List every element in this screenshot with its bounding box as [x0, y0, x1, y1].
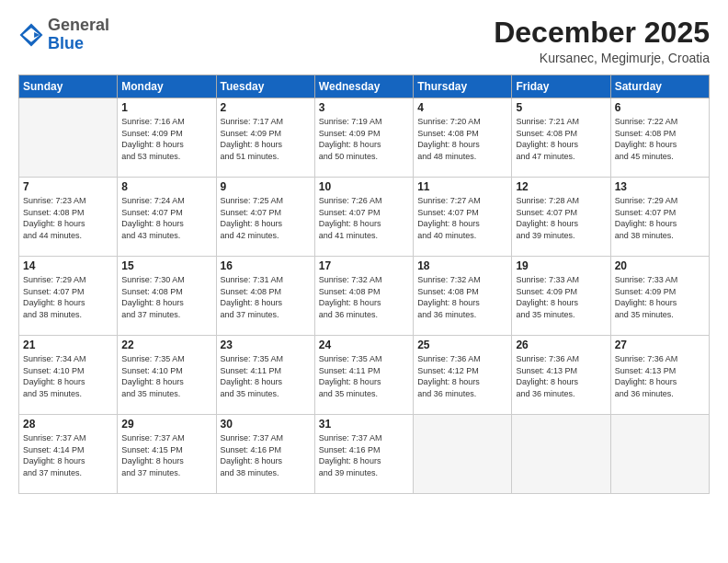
calendar-cell: 22Sunrise: 7:35 AMSunset: 4:10 PMDayligh… [118, 336, 216, 415]
col-wednesday: Wednesday [314, 75, 413, 98]
day-info: Sunrise: 7:19 AMSunset: 4:09 PMDaylight:… [319, 116, 409, 162]
day-number: 31 [319, 418, 409, 431]
day-info: Sunrise: 7:35 AMSunset: 4:11 PMDaylight:… [319, 353, 409, 399]
day-number: 13 [615, 180, 705, 193]
day-info: Sunrise: 7:21 AMSunset: 4:08 PMDaylight:… [516, 116, 606, 162]
calendar-cell: 30Sunrise: 7:37 AMSunset: 4:16 PMDayligh… [216, 415, 314, 494]
calendar-cell: 5Sunrise: 7:21 AMSunset: 4:08 PMDaylight… [512, 98, 610, 178]
calendar-cell: 17Sunrise: 7:32 AMSunset: 4:08 PMDayligh… [314, 257, 413, 336]
day-info: Sunrise: 7:25 AMSunset: 4:07 PMDaylight:… [221, 195, 311, 241]
page: General Blue December 2025 Kursanec, Meg… [0, 0, 728, 563]
month-title: December 2025 [494, 17, 710, 49]
day-info: Sunrise: 7:16 AMSunset: 4:09 PMDaylight:… [121, 116, 211, 162]
day-number: 22 [121, 339, 211, 351]
day-number: 29 [121, 418, 211, 431]
day-number: 11 [417, 180, 507, 193]
day-number: 5 [516, 101, 606, 114]
day-number: 24 [319, 339, 409, 351]
calendar-week-row: 1Sunrise: 7:16 AMSunset: 4:09 PMDaylight… [19, 98, 710, 178]
day-info: Sunrise: 7:36 AMSunset: 4:12 PMDaylight:… [417, 353, 507, 399]
day-info: Sunrise: 7:29 AMSunset: 4:07 PMDaylight:… [23, 274, 113, 320]
day-number: 28 [23, 418, 113, 431]
day-number: 6 [615, 101, 705, 114]
day-number: 27 [615, 339, 705, 351]
calendar-cell: 28Sunrise: 7:37 AMSunset: 4:14 PMDayligh… [19, 415, 118, 494]
day-number: 2 [221, 101, 311, 114]
day-number: 30 [221, 418, 311, 431]
day-number: 14 [23, 259, 113, 272]
calendar-cell: 29Sunrise: 7:37 AMSunset: 4:15 PMDayligh… [118, 415, 216, 494]
calendar-cell: 12Sunrise: 7:28 AMSunset: 4:07 PMDayligh… [512, 178, 610, 257]
calendar-cell: 6Sunrise: 7:22 AMSunset: 4:08 PMDaylight… [610, 98, 709, 178]
day-info: Sunrise: 7:32 AMSunset: 4:08 PMDaylight:… [319, 274, 409, 320]
location: Kursanec, Megimurje, Croatia [494, 51, 710, 65]
day-number: 4 [417, 101, 507, 114]
calendar-body: 1Sunrise: 7:16 AMSunset: 4:09 PMDaylight… [19, 98, 710, 494]
calendar-cell: 9Sunrise: 7:25 AMSunset: 4:07 PMDaylight… [216, 178, 314, 257]
day-number: 26 [516, 339, 606, 351]
calendar-week-row: 14Sunrise: 7:29 AMSunset: 4:07 PMDayligh… [19, 257, 710, 336]
logo-blue: Blue [48, 34, 84, 52]
day-info: Sunrise: 7:35 AMSunset: 4:10 PMDaylight:… [121, 353, 211, 399]
title-block: December 2025 Kursanec, Megimurje, Croat… [494, 17, 710, 65]
calendar-cell: 26Sunrise: 7:36 AMSunset: 4:13 PMDayligh… [512, 336, 610, 415]
day-info: Sunrise: 7:37 AMSunset: 4:16 PMDaylight:… [319, 432, 409, 478]
calendar-cell: 19Sunrise: 7:33 AMSunset: 4:09 PMDayligh… [512, 257, 610, 336]
calendar-cell: 24Sunrise: 7:35 AMSunset: 4:11 PMDayligh… [314, 336, 413, 415]
calendar-cell: 31Sunrise: 7:37 AMSunset: 4:16 PMDayligh… [314, 415, 413, 494]
calendar-week-row: 21Sunrise: 7:34 AMSunset: 4:10 PMDayligh… [19, 336, 710, 415]
calendar: Sunday Monday Tuesday Wednesday Thursday… [18, 75, 710, 494]
calendar-cell: 27Sunrise: 7:36 AMSunset: 4:13 PMDayligh… [610, 336, 709, 415]
day-number: 8 [121, 180, 211, 193]
calendar-week-row: 7Sunrise: 7:23 AMSunset: 4:08 PMDaylight… [19, 178, 710, 257]
logo: General Blue [18, 17, 109, 53]
day-info: Sunrise: 7:37 AMSunset: 4:16 PMDaylight:… [221, 432, 311, 478]
day-info: Sunrise: 7:22 AMSunset: 4:08 PMDaylight:… [615, 116, 705, 162]
calendar-cell: 23Sunrise: 7:35 AMSunset: 4:11 PMDayligh… [216, 336, 314, 415]
logo-text: General Blue [48, 17, 109, 53]
calendar-cell: 8Sunrise: 7:24 AMSunset: 4:07 PMDaylight… [118, 178, 216, 257]
col-sunday: Sunday [19, 75, 118, 98]
day-number: 18 [417, 259, 507, 272]
day-info: Sunrise: 7:31 AMSunset: 4:08 PMDaylight:… [221, 274, 311, 320]
day-info: Sunrise: 7:37 AMSunset: 4:14 PMDaylight:… [23, 432, 113, 478]
day-info: Sunrise: 7:17 AMSunset: 4:09 PMDaylight:… [221, 116, 311, 162]
calendar-header-row: Sunday Monday Tuesday Wednesday Thursday… [19, 75, 710, 98]
day-number: 7 [23, 180, 113, 193]
day-info: Sunrise: 7:36 AMSunset: 4:13 PMDaylight:… [615, 353, 705, 399]
calendar-cell [512, 415, 610, 494]
day-number: 19 [516, 259, 606, 272]
day-info: Sunrise: 7:32 AMSunset: 4:08 PMDaylight:… [417, 274, 507, 320]
day-number: 9 [221, 180, 311, 193]
day-info: Sunrise: 7:30 AMSunset: 4:08 PMDaylight:… [121, 274, 211, 320]
logo-icon [18, 22, 44, 48]
calendar-cell: 15Sunrise: 7:30 AMSunset: 4:08 PMDayligh… [118, 257, 216, 336]
day-info: Sunrise: 7:28 AMSunset: 4:07 PMDaylight:… [516, 195, 606, 241]
day-info: Sunrise: 7:23 AMSunset: 4:08 PMDaylight:… [23, 195, 113, 241]
col-thursday: Thursday [414, 75, 512, 98]
col-friday: Friday [512, 75, 610, 98]
day-info: Sunrise: 7:20 AMSunset: 4:08 PMDaylight:… [417, 116, 507, 162]
day-number: 12 [516, 180, 606, 193]
day-info: Sunrise: 7:26 AMSunset: 4:07 PMDaylight:… [319, 195, 409, 241]
calendar-cell [19, 98, 118, 178]
calendar-cell [414, 415, 512, 494]
calendar-cell [610, 415, 709, 494]
day-number: 20 [615, 259, 705, 272]
calendar-cell: 2Sunrise: 7:17 AMSunset: 4:09 PMDaylight… [216, 98, 314, 178]
day-number: 15 [121, 259, 211, 272]
day-number: 23 [221, 339, 311, 351]
calendar-week-row: 28Sunrise: 7:37 AMSunset: 4:14 PMDayligh… [19, 415, 710, 494]
calendar-cell: 18Sunrise: 7:32 AMSunset: 4:08 PMDayligh… [414, 257, 512, 336]
calendar-cell: 16Sunrise: 7:31 AMSunset: 4:08 PMDayligh… [216, 257, 314, 336]
calendar-cell: 14Sunrise: 7:29 AMSunset: 4:07 PMDayligh… [19, 257, 118, 336]
logo-general: General [48, 16, 109, 34]
day-info: Sunrise: 7:33 AMSunset: 4:09 PMDaylight:… [516, 274, 606, 320]
calendar-cell: 4Sunrise: 7:20 AMSunset: 4:08 PMDaylight… [414, 98, 512, 178]
day-number: 17 [319, 259, 409, 272]
day-info: Sunrise: 7:29 AMSunset: 4:07 PMDaylight:… [615, 195, 705, 241]
day-number: 10 [319, 180, 409, 193]
col-monday: Monday [118, 75, 216, 98]
calendar-cell: 1Sunrise: 7:16 AMSunset: 4:09 PMDaylight… [118, 98, 216, 178]
day-info: Sunrise: 7:27 AMSunset: 4:07 PMDaylight:… [417, 195, 507, 241]
